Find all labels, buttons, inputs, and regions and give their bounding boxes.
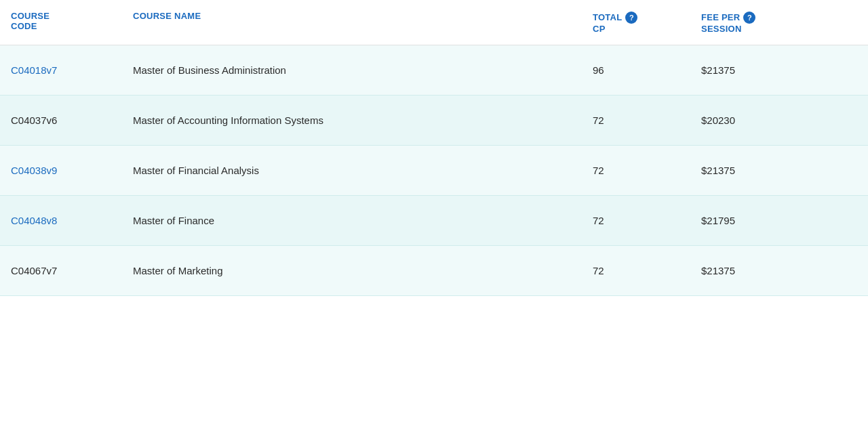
cell-course-code-3[interactable]: C04048v8: [11, 215, 133, 226]
table-row: C04048v8 Master of Finance 72 $21795: [0, 196, 868, 246]
header-course-code: COURSE CODE: [11, 11, 133, 34]
courses-table: COURSE CODE COURSE NAME TOTAL ? CP FEE P…: [0, 0, 868, 296]
cell-fee-per-session-2: $21375: [701, 165, 823, 176]
table-header: COURSE CODE COURSE NAME TOTAL ? CP FEE P…: [0, 0, 868, 45]
table-row: C04067v7 Master of Marketing 72 $21375: [0, 246, 868, 296]
cell-empty-0: [823, 64, 857, 76]
cell-course-name-3: Master of Finance: [133, 215, 593, 226]
table-body: C04018v7 Master of Business Administrati…: [0, 45, 868, 296]
cell-course-name-0: Master of Business Administration: [133, 64, 593, 76]
cell-course-name-2: Master of Financial Analysis: [133, 165, 593, 176]
cell-course-code-1: C04037v6: [11, 114, 133, 126]
cell-course-name-4: Master of Marketing: [133, 265, 593, 276]
table-row: C04038v9 Master of Financial Analysis 72…: [0, 146, 868, 196]
cell-fee-per-session-3: $21795: [701, 215, 823, 226]
cell-course-code-2[interactable]: C04038v9: [11, 165, 133, 176]
cell-total-cp-2: 72: [593, 165, 701, 176]
cell-empty-1: [823, 114, 857, 126]
cell-empty-2: [823, 165, 857, 176]
header-fee-per-session: FEE PER ? SESSION: [701, 11, 823, 34]
header-total-cp: TOTAL ? CP: [593, 11, 701, 34]
cell-total-cp-0: 96: [593, 64, 701, 76]
total-cp-help-icon[interactable]: ?: [625, 12, 637, 24]
cell-fee-per-session-0: $21375: [701, 64, 823, 76]
cell-fee-per-session-4: $21375: [701, 265, 823, 276]
table-row: C04037v6 Master of Accounting Informatio…: [0, 96, 868, 146]
cell-fee-per-session-1: $20230: [701, 114, 823, 126]
table-row: C04018v7 Master of Business Administrati…: [0, 45, 868, 96]
cell-total-cp-3: 72: [593, 215, 701, 226]
cell-course-code-4: C04067v7: [11, 265, 133, 276]
cell-total-cp-4: 72: [593, 265, 701, 276]
header-course-name: COURSE NAME: [133, 11, 593, 34]
fee-per-session-help-icon[interactable]: ?: [743, 12, 755, 24]
cell-total-cp-1: 72: [593, 114, 701, 126]
cell-empty-4: [823, 265, 857, 276]
cell-course-code-0[interactable]: C04018v7: [11, 64, 133, 76]
cell-empty-3: [823, 215, 857, 226]
cell-course-name-1: Master of Accounting Information Systems: [133, 114, 593, 126]
header-empty: [823, 11, 857, 34]
